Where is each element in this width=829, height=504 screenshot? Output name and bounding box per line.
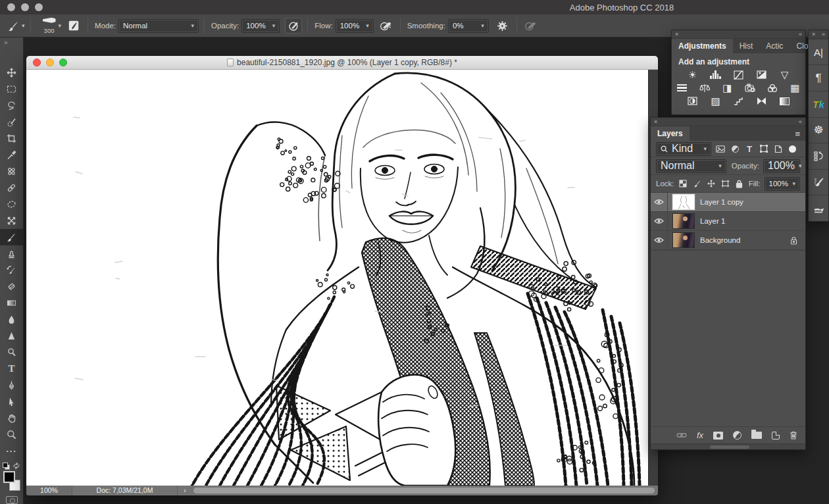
layer-name[interactable]: Layer 1	[700, 217, 725, 225]
zoom-level-field[interactable]: 100%	[26, 486, 72, 495]
layer-row-layer-1-copy[interactable]: Layer 1 copy	[651, 193, 805, 212]
dock-expand-icon[interactable]: »	[822, 31, 825, 38]
history-brush-tool[interactable]	[0, 262, 24, 278]
dodge-tool[interactable]	[0, 344, 24, 361]
brushes-panel-icon[interactable]	[809, 195, 828, 221]
healing-brush-tool[interactable]	[0, 180, 24, 196]
smoothing-options-gear-button[interactable]	[494, 18, 511, 34]
lasso-tool[interactable]	[0, 97, 24, 114]
document-titlebar[interactable]: beautiful-2150881_1920.jpg @ 100% (Layer…	[26, 56, 658, 70]
canvas[interactable]	[26, 70, 648, 486]
tab-layers[interactable]: Layers	[651, 126, 690, 141]
levels-icon[interactable]	[709, 69, 722, 80]
horizontal-scrollbar[interactable]	[192, 486, 658, 495]
toolbar-expand-icon[interactable]: »	[0, 38, 23, 47]
panel-close-icon[interactable]: ×	[675, 31, 678, 38]
brightness-contrast-icon[interactable]: ☀	[686, 69, 699, 80]
edit-toolbar-button[interactable]: ···	[0, 443, 24, 459]
dock-close-icon[interactable]: ×	[812, 31, 815, 38]
filter-smart-objects-icon[interactable]	[773, 145, 784, 153]
lock-position-icon[interactable]	[706, 180, 716, 188]
layer-name[interactable]: Background	[700, 236, 740, 244]
lock-transparent-pixels-icon[interactable]	[678, 180, 688, 188]
layers-panel-scrollbar[interactable]	[651, 443, 805, 449]
posterize-icon[interactable]: ▨	[709, 95, 722, 107]
crop-tool[interactable]	[0, 130, 24, 147]
move-tool[interactable]	[0, 64, 24, 81]
brush-preset-picker[interactable]: 300	[43, 18, 56, 34]
sharpen-tool[interactable]	[0, 328, 24, 344]
visibility-eye-icon[interactable]	[651, 231, 668, 249]
spot-healing-brush-tool[interactable]	[0, 163, 24, 180]
status-options-chevron-icon[interactable]: ›	[178, 487, 192, 494]
new-adjustment-layer-icon[interactable]	[733, 431, 741, 440]
channel-mixer-icon[interactable]	[766, 82, 778, 93]
link-layers-icon[interactable]	[676, 432, 687, 438]
hand-tool[interactable]	[0, 410, 24, 426]
blend-mode-select[interactable]: Normal ▾	[656, 159, 726, 173]
pressure-opacity-toggle[interactable]	[285, 18, 302, 34]
tab-actions[interactable]: Actic	[759, 39, 790, 53]
paragraph-panel-icon[interactable]: ¶	[809, 64, 828, 91]
filter-type-layers-icon[interactable]: T	[744, 144, 755, 154]
layer-row-background[interactable]: Background	[651, 231, 805, 250]
new-layer-icon[interactable]	[772, 432, 780, 440]
filter-adjustment-layers-icon[interactable]	[730, 145, 740, 153]
layers-panel-menu-icon[interactable]: ≡	[790, 126, 805, 141]
layer-row-layer-1[interactable]: Layer 1	[651, 212, 805, 231]
opacity-select[interactable]: 100% ▾	[241, 19, 280, 33]
panel-close-icon[interactable]: ×	[654, 118, 657, 125]
layer-thumbnail[interactable]	[672, 232, 695, 248]
brush-tool[interactable]	[0, 229, 24, 245]
photo-filter-icon[interactable]	[743, 82, 756, 93]
swap-colors-icon[interactable]	[13, 462, 20, 470]
smoothing-select[interactable]: 0% ▾	[448, 19, 489, 33]
pressure-size-toggle[interactable]	[522, 18, 540, 34]
exposure-icon[interactable]	[755, 69, 768, 80]
vibrance-icon[interactable]: ▽	[778, 69, 791, 80]
black-white-icon[interactable]: ◨	[721, 82, 734, 93]
layer-filter-kind-select[interactable]: Kind ▾	[656, 142, 711, 156]
chevron-down-icon[interactable]: ▾	[59, 23, 62, 29]
helm-extension-panel-icon[interactable]: ☸	[809, 117, 828, 143]
gradient-tool[interactable]	[0, 295, 24, 311]
history-panel-icon[interactable]	[809, 143, 828, 169]
filtering-on-off-toggle[interactable]	[789, 145, 796, 153]
horizontal-scrollbar-thumb[interactable]	[193, 488, 655, 493]
quick-selection-tool[interactable]	[0, 114, 24, 130]
default-colors-icon[interactable]	[3, 463, 10, 470]
invert-icon[interactable]	[686, 95, 699, 107]
selective-color-icon[interactable]	[778, 95, 791, 107]
character-panel-icon[interactable]: A|	[809, 39, 828, 65]
eraser-tool[interactable]	[0, 278, 24, 295]
background-lock-icon[interactable]	[790, 236, 797, 245]
zoom-tool[interactable]	[0, 426, 24, 443]
pen-tool[interactable]	[0, 377, 24, 393]
visibility-eye-icon[interactable]	[651, 212, 668, 230]
content-aware-move-tool[interactable]	[0, 213, 24, 229]
layer-name[interactable]: Layer 1 copy	[700, 198, 743, 206]
filter-shape-layers-icon[interactable]	[759, 145, 769, 153]
tab-histogram[interactable]: Hist	[733, 39, 760, 53]
new-group-icon[interactable]	[751, 432, 762, 439]
window-zoom-button[interactable]	[35, 3, 43, 11]
layer-opacity-select[interactable]: 100% ▾	[763, 159, 800, 173]
tool-preset-picker[interactable]: ▾	[8, 20, 25, 32]
filter-pixel-layers-icon[interactable]	[715, 145, 726, 153]
lock-artboard-icon[interactable]	[720, 180, 730, 188]
quick-mask-mode-button[interactable]	[6, 496, 18, 504]
foreground-color-swatch[interactable]	[3, 471, 15, 483]
visibility-eye-icon[interactable]	[651, 193, 668, 211]
type-tool[interactable]: T	[0, 361, 24, 377]
airbrush-toggle[interactable]	[378, 18, 395, 34]
lock-all-icon[interactable]	[734, 180, 744, 188]
blur-tool[interactable]	[0, 311, 24, 328]
layer-style-fx-icon[interactable]: fx	[697, 430, 703, 440]
tk-extension-panel-icon[interactable]: Tk	[809, 91, 828, 117]
color-balance-icon[interactable]	[698, 82, 711, 93]
foreground-background-swatches[interactable]	[2, 471, 22, 491]
panel-collapse-icon[interactable]: «	[799, 31, 802, 38]
path-selection-tool[interactable]	[0, 393, 24, 410]
tab-adjustments[interactable]: Adjustments	[672, 39, 733, 53]
window-minimize-button[interactable]	[21, 3, 29, 11]
